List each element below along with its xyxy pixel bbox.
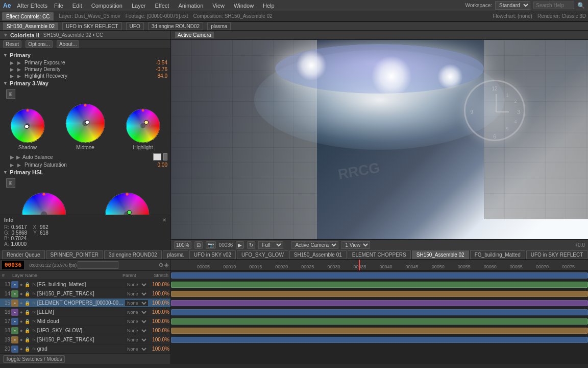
lock-icon-13[interactable]: 🔒 <box>24 282 30 287</box>
fx-icon-13[interactable]: fx <box>32 282 35 287</box>
fx-icon-19[interactable]: fx <box>32 337 35 342</box>
layer-row-19[interactable]: 19 ▪ ● 🔒 fx [SH150_PLATE_TRACK] None 100… <box>0 335 170 344</box>
tab-sh150-01[interactable]: SH150_Assemble 01 <box>289 250 347 259</box>
vis-icon-17[interactable]: ● <box>20 319 22 324</box>
primary3way-section-header[interactable]: ▼ Primary 3-Way <box>0 79 170 87</box>
primary-density-value[interactable]: -0.76 <box>142 66 167 72</box>
menu-animation[interactable]: Animation <box>176 2 206 10</box>
lock-icon-16[interactable]: 🔒 <box>24 310 30 315</box>
lock-icon-20[interactable]: 🔒 <box>24 347 30 352</box>
vis-icon-18[interactable]: ● <box>20 328 22 333</box>
lock-icon-18[interactable]: 🔒 <box>24 328 30 333</box>
fx-icon-15[interactable]: fx <box>32 301 35 305</box>
comp-tab-ufo[interactable]: UFO <box>126 22 144 30</box>
primary-saturation-value[interactable]: 0.00 <box>142 162 167 168</box>
layer-row-13[interactable]: 13 ▪ ● 🔒 fx [FG_building_Matted] None 10… <box>0 280 170 289</box>
layer-row-17[interactable]: 17 ▪ ● 🔒 fx Mid cloud None 100.0% <box>0 317 170 326</box>
tab-ufo-sky-reflect[interactable]: UFO in SKY REFLECT <box>526 250 588 259</box>
parent-select-14[interactable]: None <box>125 291 148 297</box>
about-button[interactable]: About... <box>57 40 79 48</box>
vis-icon-14[interactable]: ● <box>20 291 22 296</box>
tab-effect-controls[interactable]: Effect Controls: CC <box>2 12 54 20</box>
menu-composition[interactable]: Composition <box>89 2 125 10</box>
track-17[interactable] <box>171 308 588 317</box>
vis-icon-16[interactable]: ● <box>20 310 22 315</box>
track-16[interactable] <box>171 298 588 308</box>
menu-layer[interactable]: Layer <box>129 2 149 10</box>
layer-row-18[interactable]: 18 ▪ ● 🔒 fx [UFO_SKY_GLOW] None 100.0% <box>0 326 170 335</box>
camera-select[interactable]: Active Camera <box>291 241 338 249</box>
playhead[interactable] <box>359 260 360 270</box>
menu-edit[interactable]: Edit <box>70 2 85 10</box>
menu-effect[interactable]: Effect <box>152 2 172 10</box>
layer-row-20[interactable]: 20 ▪ ● 🔒 fx grad None 100.0% <box>0 344 170 354</box>
auto-balance-swatch-white[interactable] <box>153 153 161 160</box>
view-select[interactable]: 1 View <box>341 241 370 249</box>
lock-icon-15[interactable]: 🔒 <box>24 301 30 306</box>
tab-plasma[interactable]: plasma <box>163 250 188 259</box>
highlight-recovery-value[interactable]: 84.0 <box>142 73 167 79</box>
3way-grid-icon[interactable]: ⊞ <box>6 89 15 99</box>
hsl-wheel-1[interactable] <box>21 192 67 215</box>
highlight-color-wheel[interactable] <box>125 108 161 144</box>
parent-select-18[interactable]: None <box>125 328 148 334</box>
tab-element-choppers[interactable]: ELEMENT CHOPPERS <box>348 250 411 259</box>
fx-icon-14[interactable]: fx <box>32 291 35 296</box>
vis-icon-13[interactable]: ● <box>20 282 22 287</box>
vis-icon-19[interactable]: ● <box>20 337 22 342</box>
vis-icon-15[interactable]: ● <box>20 301 22 306</box>
track-18[interactable] <box>171 317 588 326</box>
workspace-select[interactable]: Standard <box>495 1 530 10</box>
loop-btn[interactable]: ↻ <box>247 241 255 249</box>
layer-search-input[interactable] <box>78 261 118 269</box>
parent-select-19[interactable]: None <box>125 337 148 343</box>
hsl-wheel-2[interactable] <box>104 192 150 215</box>
preview-area[interactable]: 12 3 6 9 1 2 4 5 RRCG <box>171 40 588 239</box>
toggle-switches-btn[interactable]: Toggle Switches / Modes <box>3 355 65 363</box>
snapshot-btn[interactable]: 📷 <box>206 241 216 249</box>
fx-icon-20[interactable]: fx <box>32 347 35 351</box>
zoom-display[interactable]: 100% <box>174 241 191 249</box>
menu-window[interactable]: Window <box>231 2 256 10</box>
layer-row-16[interactable]: 16 ▪ ● 🔒 fx [ELEM] None 100.0% <box>0 308 170 317</box>
parent-select-13[interactable]: None <box>125 282 148 288</box>
auto-balance-swatch-dark[interactable] <box>163 153 167 160</box>
lock-icon-19[interactable]: 🔒 <box>24 337 30 342</box>
track-13[interactable] <box>171 271 588 280</box>
quality-select[interactable]: FullHalfThird <box>258 241 283 249</box>
lock-icon-17[interactable]: 🔒 <box>24 319 30 324</box>
reset-button[interactable]: Reset <box>3 40 21 48</box>
info-panel-close[interactable]: ✕ <box>162 217 166 223</box>
tab-ufo-glow[interactable]: UFO_SKY_GLOW <box>237 250 288 259</box>
play-btn[interactable]: ▶ <box>236 241 244 249</box>
comp-tab-plasma[interactable]: plasma <box>207 22 231 30</box>
parent-select-16[interactable]: None <box>125 309 148 315</box>
parent-select-17[interactable]: None <box>125 318 148 325</box>
active-camera-tab[interactable]: Active Camera <box>175 32 214 38</box>
layer-row-14[interactable]: 14 ▪ ● 🔒 fx [SH150_PLATE_TRACK] None 100… <box>0 289 170 298</box>
midtone-color-wheel[interactable] <box>65 103 106 144</box>
fit-btn[interactable]: ⊡ <box>194 241 203 249</box>
fx-icon-16[interactable]: fx <box>32 310 35 314</box>
parent-select-15[interactable]: None <box>125 300 148 306</box>
tab-ufo-v02[interactable]: UFO in SKY v02 <box>189 250 236 259</box>
layer-row-15[interactable]: 15 ▪ ● 🔒 fx [ELEMENT CHOPPERS_[00000-000… <box>0 298 170 308</box>
search-help-input[interactable] <box>533 2 574 9</box>
tab-sh150-02[interactable]: SH150_Assemble 02 <box>412 250 469 259</box>
track-14[interactable] <box>171 280 588 289</box>
fx-icon-18[interactable]: fx <box>32 328 35 333</box>
tab-render-queue[interactable]: Render Queue <box>2 250 45 259</box>
lock-icon-14[interactable]: 🔒 <box>24 291 30 296</box>
fx-icon-17[interactable]: fx <box>32 319 35 324</box>
menu-help[interactable]: Help <box>260 2 277 10</box>
options-button[interactable]: Options... <box>26 40 53 48</box>
tab-3d-round[interactable]: 3d engine ROUND02 <box>104 250 162 259</box>
shadow-color-wheel[interactable] <box>10 108 45 144</box>
comp-tab-ufo-sky[interactable]: UFO in SKY REFLECT <box>62 22 122 30</box>
parent-select-20[interactable]: None <box>125 346 148 352</box>
comp-tab-sh150[interactable]: SH150_Assemble 02 <box>3 22 58 30</box>
primary-exposure-value[interactable]: -0.54 <box>142 60 167 65</box>
tab-fg-building[interactable]: FG_building_Matted <box>470 250 525 259</box>
layer-ctrl-1[interactable]: ⊕ <box>159 262 163 268</box>
primary-section-header[interactable]: ▼ Primary <box>0 51 170 59</box>
